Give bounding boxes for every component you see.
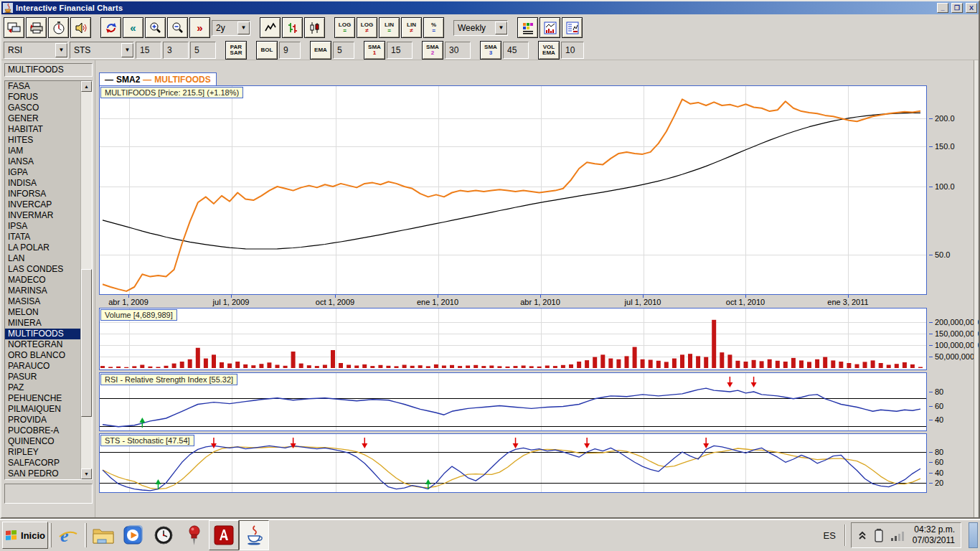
line-chart-button[interactable]: [260, 17, 281, 38]
scrollbar-thumb[interactable]: [81, 269, 92, 417]
minimize-button[interactable]: _: [937, 3, 948, 13]
symbol-input[interactable]: MULTIFOODS: [4, 63, 93, 77]
chevron-down-icon[interactable]: ▼: [121, 43, 133, 57]
refresh-button[interactable]: [100, 17, 121, 38]
list-item[interactable]: PEHUENCHE: [5, 393, 92, 404]
linear-unequal-button[interactable]: LIN ≠: [401, 17, 422, 38]
list-item[interactable]: ORO BLANCO: [5, 350, 92, 361]
list-item[interactable]: PAZ: [5, 382, 92, 393]
list-item[interactable]: MADECO: [5, 275, 92, 286]
indicator2-select[interactable]: STS ▼: [70, 42, 134, 59]
percent-scale-button[interactable]: % =: [423, 17, 444, 38]
list-item[interactable]: MINERA: [5, 318, 92, 329]
screen-capture-button[interactable]: [4, 17, 24, 38]
adobe-reader-task-button[interactable]: [209, 520, 239, 550]
sma1-button[interactable]: SMA 1: [364, 41, 385, 60]
title-bar[interactable]: Interactive Financial Charts _ ❐ X: [1, 1, 979, 14]
timer-button[interactable]: [48, 17, 69, 38]
list-item[interactable]: MASISA: [5, 296, 92, 307]
list-item[interactable]: SALFACORP: [5, 458, 92, 468]
ohlc-chart-button[interactable]: [282, 17, 303, 38]
language-indicator[interactable]: ES: [820, 530, 838, 541]
symbol-list[interactable]: FASAFORUSGASCOGENERHABITATHITESIAMIANSAI…: [4, 80, 93, 480]
list-item[interactable]: IGPA: [5, 167, 92, 178]
chevron-down-icon[interactable]: ▼: [55, 43, 67, 57]
list-item[interactable]: PARAUCO: [5, 361, 92, 372]
sma3-button[interactable]: SMA 3: [480, 41, 501, 60]
list-item[interactable]: GENER: [5, 113, 92, 124]
battery-icon[interactable]: [874, 528, 884, 542]
file-explorer-launcher[interactable]: [88, 520, 118, 550]
list-item[interactable]: LA POLAR: [5, 242, 92, 253]
interval-select[interactable]: Weekly ▼: [453, 20, 508, 36]
chevron-down-icon[interactable]: ▼: [495, 22, 507, 34]
ema-period-input[interactable]: [333, 42, 354, 59]
bollinger-button[interactable]: BOL: [256, 41, 278, 60]
ema-button[interactable]: EMA: [310, 41, 331, 60]
start-button[interactable]: Inicio: [2, 522, 48, 549]
sound-button[interactable]: [70, 17, 91, 38]
volume-ema-period-input[interactable]: [561, 42, 584, 59]
java-charts-task-button[interactable]: [239, 520, 269, 550]
candlestick-chart-button[interactable]: [304, 17, 325, 38]
list-item[interactable]: FASA: [5, 81, 92, 92]
list-item[interactable]: HITES: [5, 135, 92, 146]
list-item[interactable]: LAN: [5, 253, 92, 264]
list-item[interactable]: HABITAT: [5, 124, 92, 135]
price-panel[interactable]: MULTIFOODS [Price: 215.5] (+1.18%): [99, 85, 927, 295]
log-scale-button[interactable]: LOG =: [334, 17, 355, 38]
scroll-right-button[interactable]: »: [189, 17, 210, 38]
scroll-left-button[interactable]: «: [123, 17, 143, 38]
maximize-button[interactable]: ❐: [951, 3, 963, 13]
close-button[interactable]: X: [966, 3, 977, 13]
range-select[interactable]: 2y ▼: [212, 20, 250, 36]
parabolic-sar-button[interactable]: PAR SAR: [225, 41, 247, 60]
print-button[interactable]: [26, 17, 47, 38]
list-item[interactable]: IANSA: [5, 156, 92, 167]
tray-clock[interactable]: 04:32 p.m. 07/03/2011: [913, 524, 955, 546]
chart-report-button[interactable]: [540, 17, 560, 38]
media-player-launcher[interactable]: [118, 520, 149, 550]
linear-scale-button[interactable]: LIN =: [379, 17, 400, 38]
list-item[interactable]: INFORSA: [5, 189, 92, 199]
volume-panel[interactable]: Volume [4,689,989]: [99, 308, 927, 370]
sma2-button[interactable]: SMA 2: [422, 41, 443, 60]
list-scrollbar[interactable]: ▲ ▼: [80, 81, 92, 479]
list-item[interactable]: LAS CONDES: [5, 264, 92, 275]
clock-app-launcher[interactable]: [149, 520, 179, 550]
list-item[interactable]: IPSA: [5, 221, 92, 232]
list-item[interactable]: GASCO: [5, 103, 92, 113]
scroll-up-icon[interactable]: ▲: [81, 81, 92, 92]
list-item[interactable]: PILMAIQUEN: [5, 404, 92, 415]
list-item[interactable]: MARINSA: [5, 286, 92, 296]
pushpin-launcher[interactable]: [179, 520, 209, 550]
internet-explorer-launcher[interactable]: e: [53, 520, 83, 550]
list-item[interactable]: PROVIDA: [5, 415, 92, 425]
bollinger-period-input[interactable]: [279, 42, 301, 59]
volume-ema-button[interactable]: VOL EMA: [538, 41, 560, 60]
chevron-down-icon[interactable]: ▼: [237, 22, 250, 34]
list-item[interactable]: INVERMAR: [5, 210, 92, 221]
list-item[interactable]: IAM: [5, 146, 92, 156]
list-item[interactable]: SAN PEDRO: [5, 468, 92, 479]
scroll-down-icon[interactable]: ▼: [81, 468, 92, 479]
sma2-period-input[interactable]: [445, 42, 471, 59]
colors-button[interactable]: [517, 17, 538, 38]
stochastic-k-input[interactable]: [163, 42, 189, 59]
sma3-period-input[interactable]: [503, 42, 529, 59]
rsi-panel[interactable]: RSI - Relative Strength Index [55.32]: [99, 372, 927, 431]
list-item[interactable]: ITATA: [5, 232, 92, 242]
chart-settings-button[interactable]: [562, 17, 583, 38]
list-item[interactable]: PUCOBRE-A: [5, 425, 92, 436]
list-item[interactable]: MULTIFOODS: [5, 329, 92, 339]
indicator1-select[interactable]: RSI ▼: [4, 42, 68, 59]
list-item[interactable]: QUINENCO: [5, 436, 92, 447]
list-item[interactable]: NORTEGRAN: [5, 339, 92, 350]
list-item[interactable]: INDISA: [5, 178, 92, 189]
list-item[interactable]: MELON: [5, 307, 92, 318]
list-item[interactable]: INVERCAP: [5, 199, 92, 210]
rsi-period-input[interactable]: [136, 42, 161, 59]
list-item[interactable]: FORUS: [5, 92, 92, 103]
list-item[interactable]: PASUR: [5, 372, 92, 382]
sma1-period-input[interactable]: [387, 42, 413, 59]
